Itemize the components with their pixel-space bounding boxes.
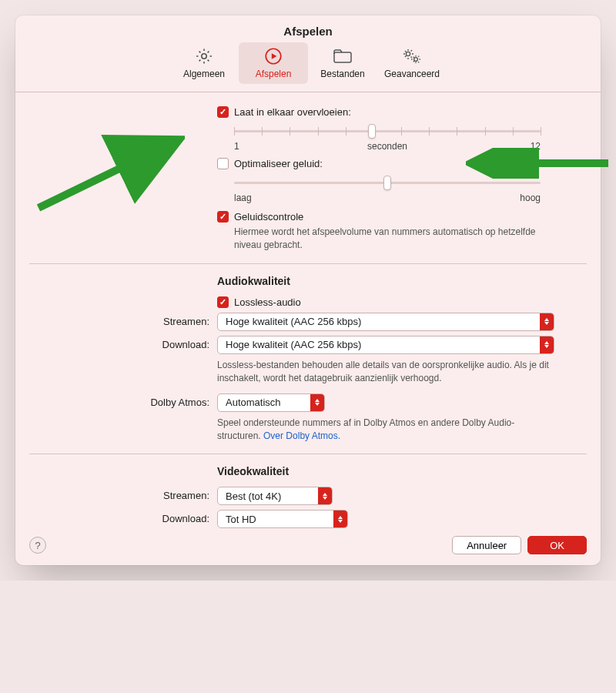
checkbox-icon: [217, 296, 229, 308]
crossfade-unit: seconden: [367, 141, 407, 152]
svg-rect-2: [334, 52, 351, 62]
tab-playback-label: Afspelen: [242, 69, 305, 79]
ok-button[interactable]: OK: [527, 536, 587, 554]
download-label: Download:: [55, 336, 217, 350]
video-stream-select[interactable]: Best (tot 4K): [217, 487, 333, 505]
crossfade-max: 12: [531, 141, 541, 152]
lossless-help: Lossless-bestanden behouden alle details…: [217, 359, 554, 386]
tab-files[interactable]: Bestanden: [308, 42, 377, 84]
svg-point-4: [414, 58, 418, 62]
stream-select[interactable]: Hoge kwaliteit (AAC 256 kbps): [217, 313, 554, 331]
sound-enhancer-low: laag: [234, 192, 252, 203]
checkbox-icon: [217, 211, 229, 223]
footer: ? Annuleer OK: [15, 536, 601, 554]
slider-thumb[interactable]: [383, 176, 391, 190]
chevron-updown-icon: [318, 487, 332, 504]
lossless-label: Lossless-audio: [234, 296, 301, 308]
sound-enhancer-label: Optimaliseer geluid:: [234, 158, 323, 169]
atmos-link[interactable]: Over Dolby Atmos.: [263, 430, 340, 441]
video-download-value: Tot HD: [218, 514, 333, 525]
atmos-help: Speel ondersteunde nummers af in Dolby A…: [217, 417, 554, 444]
sound-check-label: Geluidscontrole: [234, 211, 303, 223]
divider: [29, 454, 587, 454]
svg-point-3: [406, 52, 410, 55]
atmos-value: Automatisch: [218, 397, 310, 408]
audio-quality-heading: Audiokwaliteit: [217, 275, 554, 287]
folder-icon: [311, 45, 374, 67]
chevron-updown-icon: [540, 336, 554, 353]
crossfade-label: Laat in elkaar overvloeien:: [234, 106, 351, 118]
play-circle-icon: [242, 45, 305, 67]
divider: [29, 263, 587, 264]
download-value: Hoge kwaliteit (AAC 256 kbps): [218, 339, 540, 350]
help-button[interactable]: ?: [29, 537, 46, 554]
crossfade-checkbox[interactable]: Laat in elkaar overvloeien:: [217, 106, 554, 118]
tab-general-label: Algemeen: [172, 69, 236, 79]
lossless-checkbox[interactable]: Lossless-audio: [217, 296, 554, 308]
tab-files-label: Bestanden: [311, 69, 374, 79]
sound-check-help: Hiermee wordt het afspeelvolume van numm…: [217, 226, 554, 253]
stream-label: Streamen:: [55, 313, 217, 327]
sound-check-checkbox[interactable]: Geluidscontrole: [217, 211, 554, 223]
tab-playback[interactable]: Afspelen: [239, 42, 308, 84]
checkbox-icon: [217, 106, 229, 118]
video-stream-label: Streamen:: [55, 487, 217, 501]
crossfade-min: 1: [234, 141, 239, 152]
tab-advanced-label: Geavanceerd: [380, 69, 444, 79]
stream-value: Hoge kwaliteit (AAC 256 kbps): [218, 316, 540, 327]
slider-thumb[interactable]: [368, 124, 376, 139]
tabs: Algemeen Afspelen Bestanden Geavanceerd: [15, 41, 601, 92]
gear-icon: [172, 45, 236, 67]
tab-general[interactable]: Algemeen: [169, 42, 239, 84]
video-stream-value: Best (tot 4K): [218, 490, 318, 502]
tab-advanced[interactable]: Geavanceerd: [377, 42, 447, 84]
chevron-updown-icon: [333, 511, 347, 527]
crossfade-slider[interactable]: [234, 124, 541, 138]
sound-enhancer-checkbox[interactable]: Optimaliseer geluid:: [217, 158, 554, 169]
chevron-updown-icon: [310, 394, 324, 411]
chevron-updown-icon: [540, 313, 554, 330]
divider: [15, 92, 601, 92]
atmos-select[interactable]: Automatisch: [217, 393, 325, 412]
sound-enhancer-slider[interactable]: [234, 176, 541, 189]
video-download-label: Download:: [55, 510, 217, 524]
video-quality-heading: Videokwaliteit: [217, 465, 554, 477]
preferences-window: Afspelen Algemeen Afspelen Bestanden Gea…: [15, 15, 601, 565]
cancel-button[interactable]: Annuleer: [452, 536, 521, 554]
checkbox-icon: [217, 158, 229, 169]
atmos-label: Dolby Atmos:: [55, 393, 217, 408]
download-select[interactable]: Hoge kwaliteit (AAC 256 kbps): [217, 336, 554, 354]
svg-point-0: [202, 54, 206, 59]
window-title: Afspelen: [15, 15, 601, 41]
sound-enhancer-high: hoog: [520, 192, 541, 203]
video-download-select[interactable]: Tot HD: [217, 510, 348, 528]
double-gear-icon: [380, 45, 444, 67]
